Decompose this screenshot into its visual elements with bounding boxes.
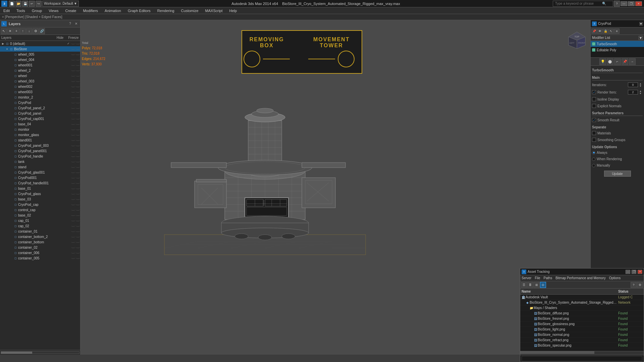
at-menu-item[interactable]: Options (609, 276, 621, 280)
layer-item[interactable]: ◻CryoPod·—··—· (0, 100, 80, 105)
menu-item-graph-editors[interactable]: Graph Editors (126, 7, 152, 14)
menu-item-modifiers[interactable]: Modifiers (82, 7, 99, 14)
layer-item[interactable]: ◻monitor_glass·—··—· (0, 132, 80, 137)
layer-item[interactable]: ◻cap_01·—··—· (0, 218, 80, 223)
rp-pin-icon[interactable]: 📌 (591, 28, 597, 34)
layer-item[interactable]: ◻monitor_2·—··—· (0, 95, 80, 100)
close-button[interactable]: ✕ (635, 1, 642, 6)
at-row[interactable]: 🏦Autodesk VaultLogged C (520, 295, 644, 300)
layer-delete-icon[interactable]: ✕ (7, 28, 13, 34)
at-menu-item[interactable]: Server (522, 276, 531, 280)
layer-item[interactable]: ◻wheel_004·—··—· (0, 57, 80, 62)
layer-item[interactable]: ◻container_bottom·—··—· (0, 239, 80, 245)
layer-item[interactable]: ◻cap_02·—··—· (0, 223, 80, 229)
workspace-dropdown[interactable]: Workspace: Default ▼ (42, 1, 79, 7)
at-thumb-icon[interactable]: ⊟ (540, 282, 546, 288)
layer-item[interactable]: ◻CryoPod_glass·—··—· (0, 191, 80, 196)
menu-item-views[interactable]: Views (47, 7, 60, 14)
ts-render-iters-up[interactable]: ▲ (639, 90, 643, 92)
layer-item[interactable]: ◻CryoPod_cap·—··—· (0, 202, 80, 207)
search-input[interactable] (555, 2, 602, 5)
at-row[interactable]: 🖼BioStore_diffuse.pngFound (520, 311, 644, 316)
layer-item[interactable]: ◻wheel003·—··—· (0, 89, 80, 95)
layer-item[interactable]: ◻container_005·—··—· (0, 255, 80, 261)
layer-item[interactable]: ◻stand001·—··—· (0, 137, 80, 143)
at-scrollbar[interactable] (520, 351, 644, 355)
mod-sphere-icon[interactable]: ⬤ (607, 58, 613, 65)
ts-materials-checkbox[interactable] (592, 131, 596, 135)
at-row[interactable]: 📁Maps / Shaders (520, 305, 644, 311)
at-list-icon[interactable]: ☰ (521, 282, 527, 288)
rp-dropdown-icon[interactable]: ▼ (639, 22, 643, 25)
minimize-button[interactable]: — (621, 1, 627, 6)
layer-item[interactable]: ◻CryoPod_handle·—··—· (0, 154, 80, 159)
layer-item[interactable]: ◻monitor·—··—· (0, 127, 80, 132)
at-close-button[interactable]: ✕ (638, 270, 642, 274)
undo-button[interactable]: ↩ (29, 1, 35, 7)
ts-isoline-checkbox[interactable] (592, 97, 596, 101)
at-help-icon[interactable]: ? (631, 282, 637, 288)
at-menu-item[interactable]: File (535, 276, 540, 280)
mod-bend-icon[interactable]: ⌐ (614, 58, 621, 65)
at-path-input[interactable] (522, 356, 642, 361)
menu-item-animation[interactable]: Animation (103, 7, 122, 14)
ts-iterations-up[interactable]: ▲ (639, 82, 643, 85)
layer-link-icon[interactable]: 🔗 (39, 28, 45, 34)
layer-move-up-icon[interactable]: ↑ (20, 28, 26, 34)
menu-item-customize[interactable]: Customize (180, 7, 200, 14)
redo-button[interactable]: ↪ (36, 1, 42, 7)
layer-item[interactable]: ◻CryoPod001·—··—· (0, 175, 80, 180)
at-grid-icon[interactable]: ⊞ (534, 282, 540, 288)
layer-item[interactable]: ◻base_03·—··—· (0, 196, 80, 202)
modifier-item[interactable]: ⬡Editable Poly (591, 47, 644, 53)
layer-move-down-icon[interactable]: ↓ (26, 28, 32, 34)
layer-item[interactable]: ◻stand·—··—· (0, 164, 80, 170)
save-button[interactable]: 💾 (22, 1, 28, 7)
mod-arrow-icon[interactable]: → (629, 58, 636, 65)
at-row[interactable]: 🖼BioStore_glossiness.pngFound (520, 321, 644, 327)
ts-smooth-checkbox[interactable]: ✓ (592, 118, 596, 122)
mod-light-icon[interactable]: 💡 (599, 58, 606, 65)
layer-item[interactable]: ◻CryoPod_panel_2·—··—· (0, 105, 80, 111)
at-row[interactable]: ◆BioStore_III_Cryo_System_Automated_Stor… (520, 300, 644, 305)
ts-manually-radio[interactable] (592, 164, 595, 167)
layer-item[interactable]: ◻CryoPod_glas001·—··—· (0, 170, 80, 175)
menu-item-group[interactable]: Group (31, 7, 44, 14)
layer-item[interactable]: ◻wheel_005·—··—· (0, 52, 80, 57)
layer-settings-icon[interactable]: ⚙ (33, 28, 39, 34)
at-detail-icon[interactable]: ≣ (527, 282, 533, 288)
ts-render-iters-input[interactable] (628, 90, 638, 95)
ts-smoothing-checkbox[interactable] (592, 138, 596, 142)
layer-item[interactable]: ◻CryoPod_cap001·—··—· (0, 116, 80, 121)
layer-item[interactable]: ◻container_bottom_2·—··—· (0, 234, 80, 239)
layer-new-icon[interactable]: + (13, 28, 19, 34)
new-button[interactable]: 📄 (9, 1, 15, 7)
menu-item-maxscript[interactable]: MAXScript (204, 7, 224, 14)
at-row[interactable]: 🖼BioStore_fresnel.pngFound (520, 316, 644, 321)
rp-more-icon[interactable]: ≡ (614, 28, 620, 34)
at-minimize-button[interactable]: — (626, 270, 630, 274)
ts-render-iters-down[interactable]: ▼ (639, 92, 643, 95)
layer-item[interactable]: ◻wheel001·—··—· (0, 62, 80, 68)
layer-item[interactable]: ◻wheel·—··—· (0, 73, 80, 78)
layer-item[interactable]: ◻tank·—··—· (0, 159, 80, 164)
layer-item[interactable]: ◻container_006·—··—· (0, 250, 80, 255)
at-menu-item[interactable]: Paths (544, 276, 552, 280)
at-settings-icon[interactable]: ⚙ (637, 282, 643, 288)
modifier-item[interactable]: ⬡TurboSmooth (591, 41, 644, 47)
restore-button[interactable]: ❐ (628, 1, 635, 6)
layer-help-icon[interactable]: ? (67, 21, 73, 26)
layer-item[interactable]: ◻CryoPod_panel·—··—· (0, 111, 80, 116)
layer-item[interactable]: ◻container_01·—··—· (0, 229, 80, 234)
layer-item[interactable]: ▶◫0 (default)✓·—··—· (0, 41, 80, 46)
menu-item-create[interactable]: Create (64, 7, 77, 14)
menu-item-rendering[interactable]: Rendering (156, 7, 176, 14)
viewport[interactable]: Total Polys: 72,018 Tris: 72,018 Edges: … (80, 20, 590, 355)
menu-item-tools[interactable]: Tools (15, 7, 26, 14)
menu-item-help[interactable]: Help (228, 7, 238, 14)
at-menu-item[interactable]: Bitmap Performance and Memory (555, 276, 606, 280)
rp-eye-icon[interactable]: 👁 (597, 28, 602, 34)
at-row[interactable]: 🖼BioStore_refract.pngFound (520, 338, 644, 343)
layer-item[interactable]: ◻base_02·—··—· (0, 213, 80, 218)
layer-item[interactable]: ◻CryoPod_panel_003·—··—· (0, 143, 80, 148)
